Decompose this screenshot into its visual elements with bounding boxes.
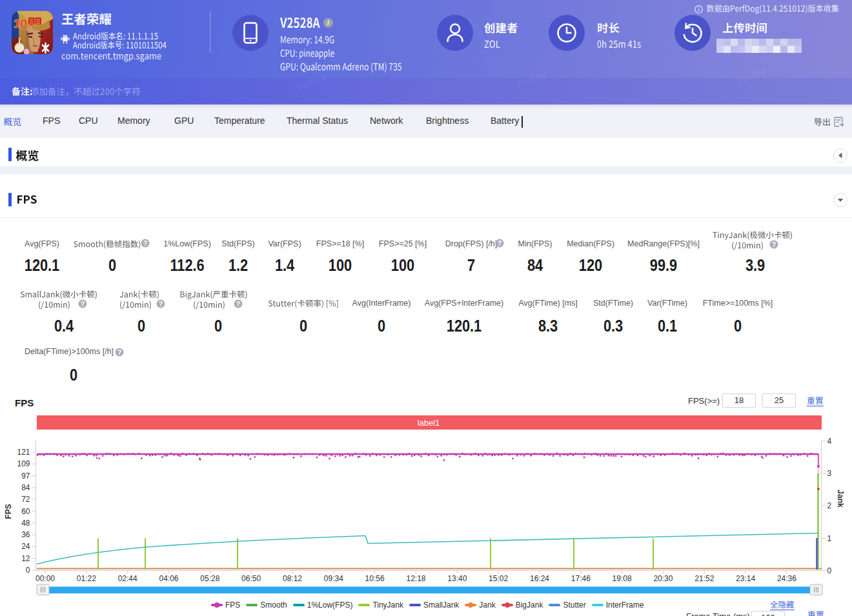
svg-text:12:18: 12:18 — [406, 574, 425, 583]
svg-text:01:22: 01:22 — [77, 574, 96, 583]
svg-text:24: 24 — [21, 542, 30, 551]
svg-text:4: 4 — [827, 437, 832, 446]
svg-text:label1: label1 — [418, 418, 440, 428]
svg-text:16:24: 16:24 — [530, 574, 549, 583]
svg-text:FPS: FPS — [4, 504, 13, 519]
svg-text:20:30: 20:30 — [653, 574, 673, 583]
svg-text:72: 72 — [21, 495, 30, 504]
svg-text:84: 84 — [21, 483, 30, 492]
svg-text:04:06: 04:06 — [159, 574, 178, 583]
svg-text:08:12: 08:12 — [283, 574, 302, 583]
svg-text:109: 109 — [17, 459, 30, 468]
svg-text:05:28: 05:28 — [200, 574, 219, 583]
svg-text:12: 12 — [21, 554, 30, 563]
svg-text:Jank: Jank — [836, 490, 845, 508]
svg-text:09:34: 09:34 — [324, 574, 343, 583]
svg-text:23:14: 23:14 — [736, 574, 755, 583]
svg-text:0: 0 — [827, 566, 832, 575]
svg-text:21:52: 21:52 — [695, 574, 714, 583]
svg-text:13:40: 13:40 — [447, 574, 467, 583]
svg-text:60: 60 — [21, 507, 30, 516]
svg-text:121: 121 — [17, 448, 30, 457]
svg-text:97: 97 — [21, 472, 30, 481]
svg-text:24:36: 24:36 — [777, 574, 796, 583]
svg-text:00:00: 00:00 — [36, 574, 55, 583]
svg-text:02:44: 02:44 — [118, 574, 137, 583]
svg-text:10: 10 — [14, 17, 27, 30]
svg-text:2: 2 — [827, 501, 832, 510]
svg-text:10:56: 10:56 — [365, 574, 385, 583]
svg-text:15:02: 15:02 — [489, 574, 508, 583]
svg-text:48: 48 — [21, 519, 30, 528]
svg-text:17:46: 17:46 — [571, 574, 591, 583]
svg-text:19:08: 19:08 — [613, 574, 632, 583]
svg-text:06:50: 06:50 — [241, 574, 261, 583]
svg-text:1: 1 — [827, 534, 832, 543]
svg-text:3: 3 — [827, 469, 832, 478]
svg-text:0: 0 — [26, 566, 30, 575]
svg-text:36: 36 — [21, 530, 30, 539]
